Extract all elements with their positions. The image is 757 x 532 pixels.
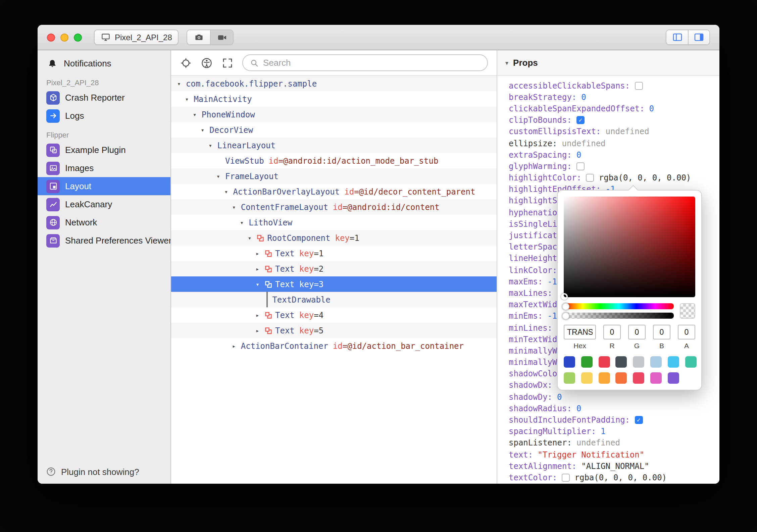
- color-swatch[interactable]: [650, 356, 662, 368]
- saturation-cursor[interactable]: [561, 293, 568, 300]
- sidebar-item-shared-preferences-viewer[interactable]: Shared Preferences Viewer: [38, 231, 170, 250]
- sidebar-item-label: Network: [65, 217, 97, 227]
- tree-node[interactable]: ▾LithoView: [171, 215, 497, 230]
- chevron-down-icon[interactable]: ▾: [248, 234, 257, 241]
- tree-node[interactable]: ▸ActionBarContainerid=@id/action_bar_con…: [171, 338, 497, 354]
- color-swatch[interactable]: [598, 372, 610, 384]
- tree-node[interactable]: ▸Textkey=2: [171, 261, 497, 276]
- tree-node-name: LithoView: [249, 218, 292, 227]
- chevron-down-icon[interactable]: ▾: [232, 204, 241, 210]
- props-title: Props: [513, 58, 538, 68]
- tree-node[interactable]: ▾ContentFrameLayoutid=@android:id/conten…: [171, 199, 497, 215]
- target-mode-button[interactable]: [180, 57, 192, 69]
- sidebar-item-leakcanary[interactable]: LeakCanary: [38, 195, 170, 213]
- chevron-down-icon[interactable]: ▾: [193, 111, 202, 118]
- checkbox[interactable]: [635, 416, 643, 424]
- blue-input[interactable]: [653, 325, 670, 339]
- color-swatch[interactable]: [650, 372, 662, 384]
- color-inputs-row: Hex R G B A: [564, 325, 695, 350]
- sidebar-item-network[interactable]: Network: [38, 213, 170, 231]
- chevron-right-icon[interactable]: ▸: [256, 265, 264, 272]
- prop-row-shadowradius: shadowRadius:0: [509, 403, 719, 414]
- chevron-down-icon[interactable]: ▾: [240, 219, 249, 226]
- device-selector-button[interactable]: Pixel_2_API_28: [94, 30, 179, 45]
- chevron-down-icon[interactable]: ▾: [256, 281, 264, 287]
- chevron-right-icon[interactable]: ▸: [232, 342, 241, 349]
- zoom-button[interactable]: [74, 33, 82, 41]
- checkbox[interactable]: [635, 82, 643, 90]
- sidebar-item-layout[interactable]: Layout: [38, 177, 170, 195]
- color-swatch[interactable]: [564, 356, 575, 368]
- alpha-slider-handle[interactable]: [562, 312, 569, 319]
- alpha-slider[interactable]: [564, 313, 674, 319]
- sidebar-item-logs[interactable]: Logs: [38, 107, 170, 125]
- color-swatch-box[interactable]: [586, 174, 594, 182]
- sidebar-item-example-plugin[interactable]: Example Plugin: [38, 141, 170, 159]
- color-swatch[interactable]: [668, 372, 679, 384]
- sidebar-item-notifications[interactable]: Notifications: [38, 54, 170, 72]
- green-input[interactable]: [628, 325, 646, 339]
- tree-node[interactable]: ▾PhoneWindow: [171, 107, 497, 122]
- screen-record-button[interactable]: [210, 30, 233, 44]
- checkbox[interactable]: [576, 162, 585, 170]
- hue-slider-handle[interactable]: [562, 303, 569, 310]
- tree-node[interactable]: ▾LinearLayout: [171, 138, 497, 153]
- tree-node[interactable]: ▾RootComponentkey=1: [171, 230, 497, 246]
- color-swatch[interactable]: [581, 356, 593, 368]
- tree-node[interactable]: ▾ActionBarOverlayLayoutid=@id/decor_cont…: [171, 184, 497, 199]
- sidebar-item-images[interactable]: Images: [38, 159, 170, 177]
- color-swatch[interactable]: [564, 372, 575, 384]
- chevron-down-icon[interactable]: ▾: [177, 80, 186, 87]
- sidebar-item-crash-reporter[interactable]: Crash Reporter: [38, 89, 170, 107]
- color-swatch[interactable]: [685, 356, 696, 368]
- close-button[interactable]: [47, 33, 55, 41]
- accessibility-mode-button[interactable]: [201, 57, 213, 69]
- color-swatch[interactable]: [581, 372, 593, 384]
- prop-value: 1: [601, 427, 605, 436]
- checkbox[interactable]: [576, 116, 585, 124]
- tree-node[interactable]: ViewStubid=@android:id/action_mode_bar_s…: [171, 153, 497, 168]
- saturation-area[interactable]: [564, 197, 695, 297]
- tree-node-attr-key: key: [299, 249, 314, 258]
- tree-node[interactable]: ▾MainActivity: [171, 91, 497, 107]
- props-header[interactable]: ▾ Props: [497, 50, 719, 76]
- search-input[interactable]: [263, 58, 481, 68]
- expand-tree-button[interactable]: [221, 57, 234, 69]
- tree-node[interactable]: ▾com.facebook.flipper.sample: [171, 76, 497, 91]
- chevron-down-icon[interactable]: ▾: [209, 142, 217, 149]
- color-swatch[interactable]: [616, 372, 627, 384]
- chevron-down-icon[interactable]: ▾: [216, 173, 225, 179]
- alpha-input[interactable]: [678, 325, 695, 339]
- tree-node[interactable]: ▾Textkey=3: [171, 276, 497, 292]
- tree-node[interactable]: ▸Textkey=4: [171, 307, 497, 323]
- tree-node[interactable]: TextDrawable: [171, 292, 497, 307]
- screenshot-button[interactable]: [188, 30, 210, 44]
- prop-key: maxEms:: [509, 277, 543, 286]
- color-swatch[interactable]: [633, 356, 644, 368]
- chevron-down-icon[interactable]: ▾: [224, 188, 233, 195]
- red-input[interactable]: [603, 325, 621, 339]
- color-swatch[interactable]: [598, 356, 610, 368]
- chevron-right-icon[interactable]: ▸: [256, 250, 264, 257]
- tree-node[interactable]: ▾DecorView: [171, 122, 497, 138]
- color-swatch[interactable]: [616, 356, 627, 368]
- prop-key: spanListener:: [509, 438, 572, 448]
- chevron-right-icon[interactable]: ▸: [256, 327, 264, 334]
- hue-slider[interactable]: [564, 303, 674, 309]
- toggle-right-panel-button[interactable]: [688, 30, 709, 44]
- prop-value: "ALIGN_NORMAL": [581, 462, 649, 471]
- chevron-down-icon[interactable]: ▾: [201, 126, 209, 133]
- tree-node[interactable]: ▾FrameLayout: [171, 168, 497, 184]
- minimize-button[interactable]: [60, 33, 68, 41]
- tree-node-name: RootComponent: [267, 233, 331, 243]
- color-swatch-box[interactable]: [562, 474, 570, 482]
- toggle-left-panel-button[interactable]: [666, 30, 688, 44]
- chevron-down-icon[interactable]: ▾: [185, 96, 194, 102]
- tree-node[interactable]: ▸Textkey=5: [171, 323, 497, 338]
- plugin-help-link[interactable]: Plugin not showing?: [46, 466, 139, 477]
- chevron-right-icon[interactable]: ▸: [256, 312, 264, 318]
- tree-node[interactable]: ▸Textkey=1: [171, 246, 497, 261]
- color-swatch[interactable]: [668, 356, 679, 368]
- hex-input[interactable]: [564, 325, 596, 339]
- color-swatch[interactable]: [633, 372, 644, 384]
